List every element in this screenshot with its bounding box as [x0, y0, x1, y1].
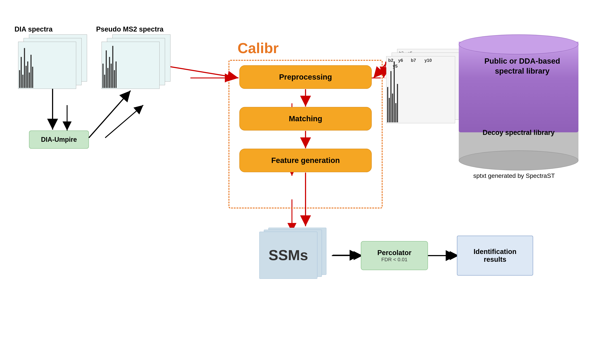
percolator-label: Percolator — [377, 249, 411, 257]
id-results-label: Identification results — [474, 248, 516, 264]
ssms-container: SSMs — [259, 226, 332, 290]
id-results-box: Identification results — [457, 236, 533, 276]
public-library-label: Public or DDA-based spectral library — [477, 56, 567, 76]
svg-line-1 — [105, 105, 143, 138]
feature-generation-button: Feature generation — [239, 149, 372, 172]
decoy-library-label: Decoy spectral library — [464, 129, 573, 137]
matching-button: Matching — [239, 107, 372, 130]
dia-spectra-label: DIA spectra — [14, 25, 53, 33]
dia-spectra-chart-front — [18, 42, 76, 89]
lib-paper-front: b2 y6 b7 y10 y5 — [386, 56, 455, 123]
fdr-label: FDR < 0.01 — [381, 257, 407, 263]
sptxt-label: sptxt generated by SpectraST — [446, 172, 582, 179]
calibr-title: Calibr — [238, 40, 279, 57]
percolator-box: Percolator FDR < 0.01 — [361, 241, 428, 270]
feature-generation-label: Feature generation — [271, 156, 340, 165]
dia-umpire-box: DIA-Umpire — [29, 130, 89, 149]
pseudo-ms2-label: Pseudo MS2 spectra — [96, 25, 164, 33]
pseudo-ms2-chart-front — [101, 42, 160, 89]
ssms-label: SSMs — [260, 232, 317, 279]
preprocessing-label: Preprocessing — [279, 73, 332, 81]
svg-line-10 — [89, 91, 131, 138]
cylinder-body — [459, 42, 579, 132]
preprocessing-button: Preprocessing — [239, 65, 372, 89]
dia-umpire-label: DIA-Umpire — [41, 136, 77, 143]
db-container: b2 y5 — [386, 42, 586, 190]
ssms-paper-front: SSMs — [259, 232, 317, 279]
cylinder-top — [459, 35, 579, 54]
matching-label: Matching — [289, 114, 322, 123]
cylinder-bottom — [459, 151, 579, 170]
diagram-container: DIA spectra — [0, 0, 604, 364]
svg-line-11 — [161, 65, 239, 78]
svg-line-14 — [384, 62, 386, 78]
